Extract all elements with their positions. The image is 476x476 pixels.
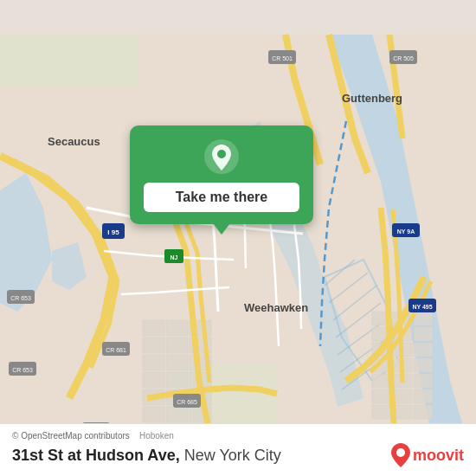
map-background: I 95 NJ CR 501 CR 505 CR 653 CR 681 CR 6…: [0, 0, 476, 476]
svg-rect-14: [166, 338, 188, 353]
svg-rect-46: [372, 405, 391, 419]
svg-rect-26: [166, 407, 188, 422]
svg-text:CR 653: CR 653: [12, 367, 33, 373]
svg-rect-11: [166, 320, 188, 336]
popup-card: Take me there: [130, 125, 313, 224]
svg-rect-8: [0, 35, 138, 87]
svg-rect-10: [143, 320, 164, 336]
map-attribution: © OpenStreetMap contributors Hoboken: [12, 431, 464, 441]
svg-rect-44: [393, 389, 412, 403]
svg-rect-39: [414, 358, 433, 372]
svg-text:CR 681: CR 681: [106, 347, 126, 353]
svg-rect-17: [166, 355, 188, 370]
svg-rect-36: [414, 343, 433, 357]
svg-rect-20: [166, 372, 188, 388]
moovit-text: moovit: [413, 447, 464, 465]
svg-text:CR 501: CR 501: [272, 55, 293, 61]
take-me-there-button[interactable]: Take me there: [144, 183, 299, 212]
bottom-info-bar: © OpenStreetMap contributors Hoboken 31s…: [0, 423, 476, 476]
svg-point-77: [396, 448, 405, 457]
svg-rect-33: [414, 327, 433, 341]
svg-rect-13: [143, 338, 164, 353]
svg-text:Guttenberg: Guttenberg: [342, 92, 402, 105]
svg-text:NY 495: NY 495: [412, 304, 432, 310]
svg-point-76: [217, 150, 226, 158]
svg-text:NJ: NJ: [170, 254, 178, 261]
svg-text:CR 505: CR 505: [393, 55, 414, 61]
svg-text:Secaucus: Secaucus: [48, 135, 100, 148]
svg-rect-48: [414, 405, 433, 419]
svg-text:NY 9A: NY 9A: [397, 228, 415, 235]
svg-rect-19: [143, 372, 164, 388]
moovit-logo: moovit: [391, 443, 464, 467]
svg-text:CR 653: CR 653: [10, 295, 31, 301]
moovit-pin-icon: [391, 443, 410, 467]
location-name: 31st St at Hudson Ave, New York City: [12, 447, 281, 465]
svg-text:I 95: I 95: [107, 228, 119, 236]
svg-rect-16: [143, 355, 164, 370]
svg-rect-45: [414, 389, 433, 403]
svg-rect-42: [414, 374, 433, 388]
map-container: I 95 NJ CR 501 CR 505 CR 653 CR 681 CR 6…: [0, 0, 476, 476]
svg-text:Weehawken: Weehawken: [244, 301, 308, 314]
svg-text:CR 685: CR 685: [177, 399, 197, 405]
svg-rect-43: [372, 389, 391, 403]
location-pin-icon: [203, 138, 241, 176]
svg-rect-25: [143, 407, 164, 422]
